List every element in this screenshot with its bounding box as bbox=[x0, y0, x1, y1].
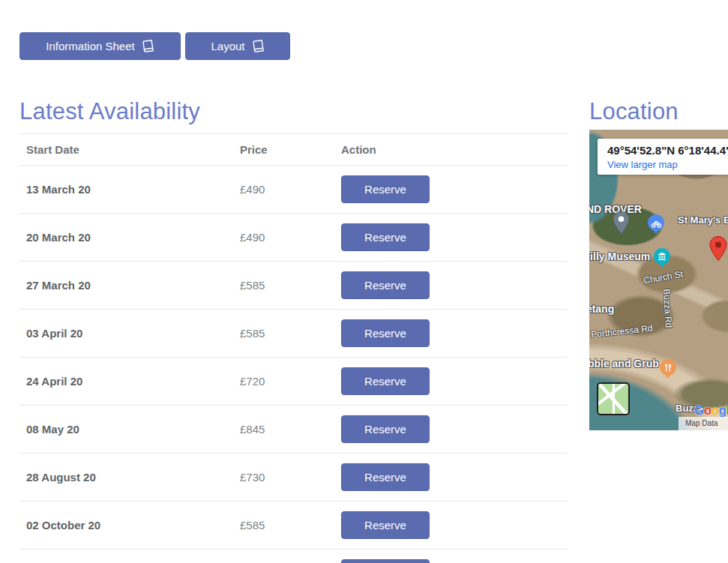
start-date-cell: 28 August 20 bbox=[19, 454, 233, 502]
price-cell: £585 bbox=[233, 262, 334, 310]
reserve-button[interactable]: Reserve bbox=[341, 175, 430, 203]
google-logo: Google bbox=[694, 403, 728, 418]
price-cell: £585 bbox=[233, 502, 334, 550]
gray-place-marker-icon[interactable] bbox=[613, 211, 630, 234]
reserve-button[interactable]: Reserve bbox=[341, 463, 430, 491]
map-coordinates: 49°54'52.8"N 6°18'44.4"W bbox=[607, 144, 728, 157]
reserve-button[interactable]: Reserve bbox=[341, 559, 430, 563]
table-row: 20 March 20 £490 Reserve bbox=[19, 214, 568, 262]
reserve-button[interactable]: Reserve bbox=[341, 271, 430, 299]
table-row: 24 April 20 £720 Reserve bbox=[19, 358, 568, 406]
start-date-cell: 09 October 20 bbox=[19, 550, 233, 563]
table-row: 28 August 20 £730 Reserve bbox=[19, 454, 568, 502]
reserve-button[interactable]: Reserve bbox=[341, 511, 430, 539]
start-date-cell: 24 April 20 bbox=[19, 358, 233, 406]
price-cell: £585 bbox=[233, 310, 334, 358]
table-row: 27 March 20 £585 Reserve bbox=[19, 262, 568, 310]
table-row: 02 October 20 £585 Reserve bbox=[19, 502, 568, 550]
information-sheet-label: Information Sheet bbox=[46, 40, 134, 52]
start-date-cell: 03 April 20 bbox=[19, 310, 233, 358]
start-date-cell: 27 March 20 bbox=[19, 262, 233, 310]
reserve-button[interactable]: Reserve bbox=[341, 223, 430, 251]
bike-hire-poi-icon[interactable] bbox=[648, 214, 664, 231]
table-row: 08 May 20 £845 Reserve bbox=[19, 406, 568, 454]
layout-label: Layout bbox=[211, 40, 244, 52]
restaurant-poi-icon[interactable] bbox=[660, 359, 676, 376]
location-section: Location 49°54'52.8"N 6°18'44.4"W View l… bbox=[589, 98, 728, 430]
view-larger-map-link[interactable]: View larger map bbox=[607, 159, 678, 170]
reserve-button[interactable]: Reserve bbox=[341, 415, 430, 443]
column-header-price: Price bbox=[233, 134, 334, 166]
google-map-embed[interactable]: 49°54'52.8"N 6°18'44.4"W View larger map… bbox=[589, 130, 728, 430]
table-row: 13 March 20 £490 Reserve bbox=[19, 166, 568, 214]
layout-button[interactable]: Layout bbox=[185, 32, 290, 60]
book-icon bbox=[252, 40, 265, 52]
table-row: 09 October 20 £585 Reserve bbox=[19, 550, 568, 563]
map-info-card: 49°54'52.8"N 6°18'44.4"W View larger map bbox=[598, 139, 728, 175]
price-cell: £585 bbox=[233, 550, 334, 563]
reserve-button[interactable]: Reserve bbox=[341, 367, 430, 395]
availability-table: Start Date Price Action 13 March 20 £490… bbox=[19, 133, 568, 563]
information-sheet-button[interactable]: Information Sheet bbox=[19, 32, 181, 60]
red-location-marker-icon[interactable] bbox=[709, 235, 727, 262]
location-title: Location bbox=[589, 98, 728, 125]
price-cell: £490 bbox=[233, 214, 334, 262]
column-header-action: Action bbox=[334, 134, 568, 166]
map-label-church-st: Church St bbox=[643, 268, 684, 286]
map-attribution: Map Data bbox=[679, 417, 728, 430]
start-date-cell: 20 March 20 bbox=[19, 214, 233, 262]
table-header-row: Start Date Price Action bbox=[19, 134, 568, 166]
start-date-cell: 02 October 20 bbox=[19, 502, 233, 550]
reserve-button[interactable]: Reserve bbox=[341, 319, 430, 347]
table-row: 03 April 20 £585 Reserve bbox=[19, 310, 568, 358]
toolbar: Information Sheet Layout bbox=[19, 32, 290, 60]
price-cell: £730 bbox=[233, 454, 334, 502]
availability-section: Latest Availability Start Date Price Act… bbox=[19, 98, 568, 563]
price-cell: £720 bbox=[233, 358, 334, 406]
map-label-dibble-and-grub: ibble and Grub bbox=[589, 358, 659, 370]
map-label-st-marys-bike: St Mary's Bik bbox=[678, 214, 728, 226]
availability-title: Latest Availability bbox=[19, 98, 568, 125]
price-cell: £845 bbox=[233, 406, 334, 454]
start-date-cell: 13 March 20 bbox=[19, 166, 233, 214]
column-header-start-date: Start Date bbox=[19, 134, 233, 166]
price-cell: £490 bbox=[233, 166, 334, 214]
map-label-letang: letang bbox=[589, 303, 614, 315]
map-label-buzza-rd: Buzza Rd bbox=[661, 289, 674, 328]
book-icon bbox=[142, 40, 154, 52]
start-date-cell: 08 May 20 bbox=[19, 406, 233, 454]
museum-poi-icon[interactable] bbox=[654, 248, 670, 265]
map-label-porthcressa-rd: Porthcressa Rd bbox=[590, 323, 653, 340]
map-label-scilly-museum: Scilly Museum bbox=[589, 250, 650, 262]
map-type-inset-toggle[interactable] bbox=[597, 382, 630, 415]
